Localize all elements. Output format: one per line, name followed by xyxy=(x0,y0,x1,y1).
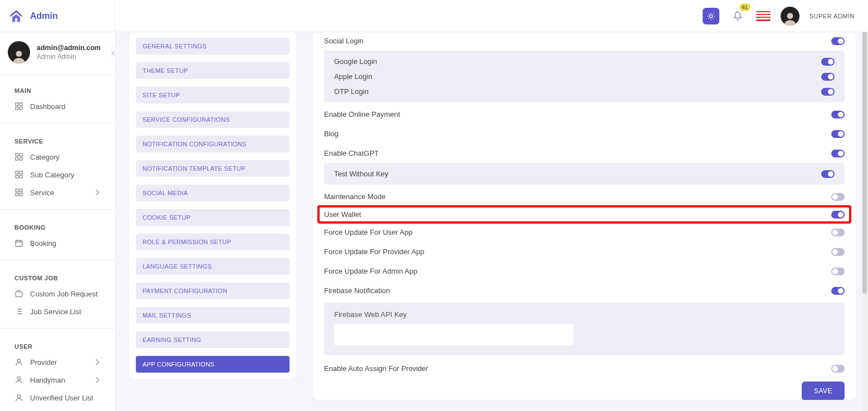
nav-item-category[interactable]: Category xyxy=(0,148,115,166)
save-button[interactable]: SAVE xyxy=(802,382,845,400)
nav-item-booking[interactable]: Booking xyxy=(0,234,115,252)
toggle-test-without-key[interactable] xyxy=(821,170,835,178)
nav-item-label: Booking xyxy=(30,239,56,247)
toggle-enable-chatgpt[interactable] xyxy=(831,150,845,157)
chatgpt-subgroup: Test Without Key xyxy=(324,163,845,185)
svg-rect-19 xyxy=(16,240,22,246)
svg-point-1 xyxy=(787,13,793,19)
nav-item-provider[interactable]: Provider xyxy=(0,353,115,371)
theme-toggle-button[interactable] xyxy=(703,8,719,24)
svg-rect-8 xyxy=(19,153,22,156)
sidebar-avatar xyxy=(8,41,30,63)
settings-tab-social-media[interactable]: SOCIAL MEDIA xyxy=(136,185,290,201)
topbar-right: 61 SUPER ADMIN xyxy=(703,7,868,26)
firebase-key-label: Firebase Web API Key xyxy=(334,310,835,319)
nav-item-sub-category[interactable]: Sub Category xyxy=(0,166,115,184)
row-enable-chatgpt: Enable ChatGPT xyxy=(324,143,845,163)
toggle-force-update-for-admin-app[interactable] xyxy=(831,268,845,275)
toggle-enable-auto-assign-for-provider[interactable] xyxy=(831,365,845,373)
social-login-subgroup: Google LoginApple LoginOTP Login xyxy=(324,51,845,102)
settings-tab-theme-setup[interactable]: THEME SETUP xyxy=(136,62,290,79)
toggle-force-update-for-provider-app[interactable] xyxy=(831,248,845,256)
toggle-blog[interactable] xyxy=(831,130,845,138)
settings-tab-mail-settings[interactable]: MAIL SETTINGS xyxy=(136,307,290,324)
notifications-button[interactable]: 61 xyxy=(729,8,746,24)
bell-icon xyxy=(733,11,743,21)
row-blog: Blog xyxy=(324,124,845,143)
settings-tab-role-permission-setup[interactable]: ROLE & PERMISSION SETUP xyxy=(136,234,290,250)
nav-item-custom-job-request[interactable]: Custom Job Request xyxy=(0,285,115,303)
toggle-google-login[interactable] xyxy=(821,58,835,66)
label-firebase-notification: Firebase Notification xyxy=(324,286,390,295)
row-firebase-notification: Firebase Notification xyxy=(324,281,845,300)
toggle-maintenance-mode[interactable] xyxy=(831,193,845,201)
logo-area[interactable]: Admin xyxy=(0,0,116,32)
row-user-wallet: User Wallet xyxy=(318,206,850,222)
label-social-login: Social Login xyxy=(324,37,364,45)
label-user-wallet: User Wallet xyxy=(324,210,361,219)
svg-rect-18 xyxy=(19,193,22,196)
label-enable-chatgpt: Enable ChatGPT xyxy=(324,149,379,157)
nav-section-title: BOOKING xyxy=(0,212,115,234)
nav-item-job-service-list[interactable]: Job Service List xyxy=(0,303,115,320)
settings-tab-earning-setting[interactable]: EARNING SETTING xyxy=(136,331,290,348)
label-apple-login: Apple Login xyxy=(334,72,372,81)
settings-tab-cookie-setup[interactable]: COOKIE SETUP xyxy=(136,209,290,226)
nav-section-title: USER xyxy=(0,331,115,353)
svg-point-2 xyxy=(16,51,22,57)
settings-tab-app-configurations[interactable]: APP CONFIGURATIONS xyxy=(136,356,290,373)
page-scrollbar[interactable] xyxy=(861,0,868,411)
language-flag-us[interactable] xyxy=(756,11,771,21)
nav-item-handyman[interactable]: Handyman xyxy=(0,371,115,389)
svg-rect-10 xyxy=(19,157,22,160)
settings-tab-general-settings[interactable]: GENERAL SETTINGS xyxy=(136,38,290,55)
label-enable-auto-assign-for-provider: Enable Auto Assign For Provider xyxy=(324,364,428,373)
toggle-force-update-for-user-app[interactable] xyxy=(831,229,845,236)
settings-tab-service-configurations[interactable]: SERVICE CONFIGURATIONS xyxy=(136,111,290,128)
svg-rect-14 xyxy=(19,175,22,178)
row-maintenance-mode: Maintenance Mode xyxy=(324,187,845,206)
svg-rect-15 xyxy=(16,189,18,192)
settings-tab-notification-configurations[interactable]: NOTIFICATION CONFIGURATIONS xyxy=(136,136,290,152)
svg-rect-6 xyxy=(19,107,22,110)
svg-rect-17 xyxy=(16,193,18,196)
label-otp-login: OTP Login xyxy=(334,87,369,96)
settings-tab-notification-template-setup[interactable]: NOTIFICATION TEMPLATE SETUP xyxy=(136,160,290,177)
sidebar-user[interactable]: admin@admin.com Admin Admin xyxy=(0,32,115,75)
nav-item-label: Dashboard xyxy=(30,102,66,111)
svg-point-21 xyxy=(17,359,20,362)
toggle-otp-login[interactable] xyxy=(821,88,835,96)
toggle-social-login[interactable] xyxy=(831,37,845,45)
nav-section-title: SERVICE xyxy=(0,126,115,148)
label-google-login: Google Login xyxy=(334,57,377,66)
firebase-key-input[interactable] xyxy=(334,324,573,345)
svg-point-22 xyxy=(17,377,20,380)
toggle-enable-online-payment[interactable] xyxy=(831,111,845,118)
settings-tab-payment-configuration[interactable]: PAYMENT CONFIGURATION xyxy=(136,283,290,299)
notification-badge: 61 xyxy=(739,3,751,11)
settings-tab-site-setup[interactable]: SITE SETUP xyxy=(136,87,290,103)
settings-tab-language-settings[interactable]: LANGUAGE SETTINGS xyxy=(136,258,290,275)
logo-icon xyxy=(8,8,24,24)
topbar: Admin 61 SUPER ADMIN xyxy=(0,0,868,32)
nav-item-label: Category xyxy=(30,153,60,161)
nav-item-service[interactable]: Service xyxy=(0,184,115,201)
row-enable-auto-assign-for-provider: Enable Auto Assign For Provider xyxy=(324,359,845,378)
toggle-firebase-notification[interactable] xyxy=(831,287,845,295)
user-avatar[interactable] xyxy=(781,7,800,26)
user-role: SUPER ADMIN xyxy=(810,13,855,19)
label-enable-online-payment: Enable Online Payment xyxy=(324,110,400,118)
toggle-user-wallet[interactable] xyxy=(831,211,845,219)
sidebar-collapse-handle[interactable] xyxy=(111,47,116,60)
svg-rect-5 xyxy=(16,107,18,110)
page-scrollbar-thumb[interactable] xyxy=(862,27,867,294)
toggle-apple-login[interactable] xyxy=(821,73,835,81)
svg-point-23 xyxy=(17,395,20,398)
row-enable-online-payment: Enable Online Payment xyxy=(324,105,845,124)
svg-rect-13 xyxy=(16,175,18,178)
nav-item-unverified-user-list[interactable]: Unverified User List xyxy=(0,389,115,407)
brand-name: Admin xyxy=(30,11,58,21)
nav-item-dashboard[interactable]: Dashboard xyxy=(0,97,115,115)
label-test-without-key: Test Without Key xyxy=(334,170,389,178)
nav-section-title: MAIN xyxy=(0,75,115,97)
